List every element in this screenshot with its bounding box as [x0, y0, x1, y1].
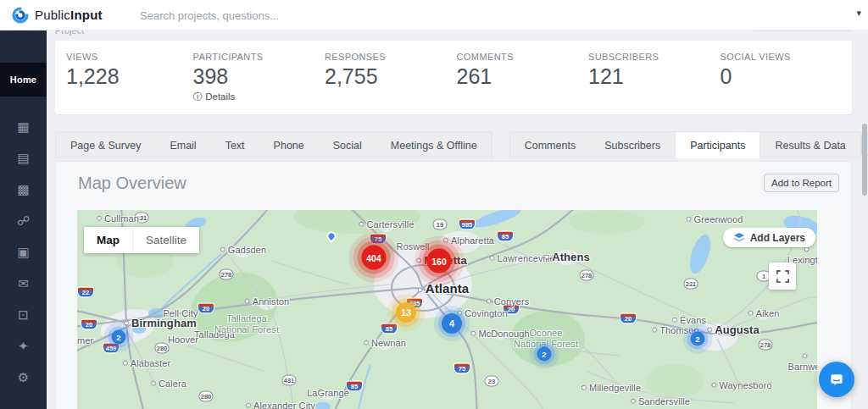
stat-label: COMMENTS [457, 52, 589, 62]
map-label: Newnan [364, 338, 406, 349]
tab-phone[interactable]: Phone [259, 132, 319, 158]
stat-responses: RESPONSES 2,755 [325, 52, 457, 114]
tab-page-survey[interactable]: Page & Survey [56, 132, 155, 158]
album-icon[interactable]: ⊡ [0, 299, 47, 330]
account-menu-caret[interactable]: ▾ [856, 8, 861, 19]
map-label: Cartersville [359, 219, 414, 230]
map-label: Conyers [487, 296, 530, 307]
route-shield: 20 [198, 303, 214, 314]
map-marker-cluster[interactable]: 404 [362, 246, 387, 270]
stat-details-link[interactable]: ⓘ Details [193, 91, 326, 103]
map-label: Waynesboro [711, 380, 771, 391]
mail-icon[interactable]: ✉ [0, 268, 47, 299]
stats-card: VIEWS 1,228 PARTICIPANTS 398 ⓘ Details R… [55, 41, 852, 114]
share-icon[interactable]: ☍ [0, 205, 47, 236]
stat-views: VIEWS 1,228 [66, 52, 193, 114]
map-label: Alabaster [123, 358, 170, 369]
publicinput-logo[interactable]: PublicInput [0, 7, 103, 24]
survey-icon[interactable]: ▤ [0, 142, 47, 174]
tab-results-data[interactable]: Results & Data [760, 132, 860, 158]
map-marker-cluster[interactable]: 2 [112, 330, 126, 345]
main-content: Project VIEWS 1,228 PARTICIPANTS 398 ⓘ D… [47, 30, 868, 409]
tab-social[interactable]: Social [319, 132, 376, 158]
map-label: Calera [151, 379, 186, 390]
tab-text[interactable]: Text [211, 132, 259, 158]
sparkles-icon[interactable]: ✦ [0, 330, 47, 362]
map-type-map-button[interactable]: Map [84, 227, 132, 253]
route-shield: 23 [485, 376, 499, 387]
calendar-icon[interactable]: ▦ [0, 111, 47, 142]
automation-icon[interactable]: ⚙ [0, 362, 47, 393]
map-label: Talladega National Forest [214, 313, 279, 334]
left-sidebar: Home ▦▤▩☍▣✉⊡✦⚙ [0, 30, 47, 409]
route-shield: 278 [759, 340, 773, 351]
route-shield: 221 [684, 279, 698, 290]
tab-comments[interactable]: Comments [510, 132, 590, 158]
route-shield: 85 [381, 323, 398, 334]
route-shield: 19 [433, 219, 448, 230]
search-input[interactable] [140, 0, 411, 30]
library-icon[interactable]: ▩ [0, 174, 47, 205]
tab-subscribers[interactable]: Subscribers [590, 132, 675, 158]
stat-value: 1,228 [66, 64, 193, 89]
route-shield: 985 [459, 219, 476, 230]
map-label: Greenwood [687, 214, 743, 225]
map-marker-cluster[interactable]: 13 [396, 302, 416, 323]
map-label: Atlanta [418, 281, 470, 296]
map-marker-cluster[interactable]: 4 [442, 313, 462, 334]
tab-participants[interactable]: Participants [675, 132, 760, 158]
fullscreen-icon [776, 270, 789, 283]
channel-tabbar: Page & SurveyEmailTextPhoneSocialMeeting… [55, 131, 852, 158]
chat-icon [828, 371, 845, 388]
tabgroup-engagement: CommentsSubscribersParticipantsResults &… [509, 131, 861, 158]
map-overview-title: Map Overview [78, 174, 186, 193]
stat-value: 121 [588, 64, 721, 89]
stat-value: 2,755 [325, 64, 457, 89]
map-label: Barnwell [788, 351, 818, 372]
map-type-satellite-button[interactable]: Satellite [132, 227, 199, 253]
map-label: Anniston [245, 296, 290, 307]
map-overview-card: Map Overview Add to Report [55, 161, 852, 409]
top-navbar: PublicInput ▾ [0, 0, 868, 30]
stat-value: 261 [457, 64, 589, 89]
stat-comments: COMMENTS 261 [457, 52, 589, 114]
layers-icon [733, 232, 745, 243]
route-shield: 22 [77, 287, 94, 298]
stat-label: RESPONSES [325, 52, 457, 62]
map-label: Sandersville [631, 396, 690, 407]
route-shield: 278 [580, 270, 594, 281]
tab-email[interactable]: Email [155, 132, 210, 158]
map-label: Augusta [707, 324, 760, 337]
map-marker-cluster[interactable]: 160 [427, 249, 452, 274]
stat-label: VIEWS [66, 52, 193, 62]
add-to-report-button[interactable]: Add to Report [764, 174, 839, 192]
contacts-icon[interactable]: ▣ [0, 236, 47, 268]
fullscreen-button[interactable] [769, 263, 796, 290]
map-label: LaGrange [307, 388, 349, 399]
sidebar-item-home[interactable]: Home [0, 63, 47, 97]
route-shield: 431 [282, 375, 297, 386]
stat-social-views: SOCIAL VIEWS 0 [721, 52, 853, 114]
map-label: Covington [457, 308, 507, 319]
map-label: Alpharetta [443, 235, 494, 246]
route-shield: 280 [199, 391, 214, 402]
add-layers-button[interactable]: Add Layers [723, 228, 815, 247]
stat-participants: PARTICIPANTS 398 ⓘ Details [193, 52, 326, 114]
route-shield: 20 [620, 313, 637, 324]
stat-label: SUBSCRIBERS [588, 52, 721, 62]
chat-launcher-button[interactable] [819, 362, 854, 397]
route-shield: 75 [370, 234, 387, 245]
map-label: Roswell [396, 241, 429, 252]
scrollbar-thumb[interactable] [862, 124, 867, 196]
map-label: Alexander City [246, 401, 315, 409]
route-shield: 20 [81, 319, 97, 330]
map-marker-cluster[interactable]: 2 [691, 332, 705, 346]
map-canvas[interactable]: CullmanCartersvilleGadsdenAlpharettaRosw… [77, 210, 817, 409]
logo-swirl-icon [12, 7, 29, 24]
map-label: Bessemer [77, 335, 93, 346]
map-label: Hoover [168, 334, 198, 345]
tab-meetings-offline[interactable]: Meetings & Offline [376, 132, 492, 158]
map-label: Evans [672, 315, 706, 326]
map-label: Athens [544, 251, 590, 264]
map-marker-cluster[interactable]: 2 [537, 347, 552, 362]
